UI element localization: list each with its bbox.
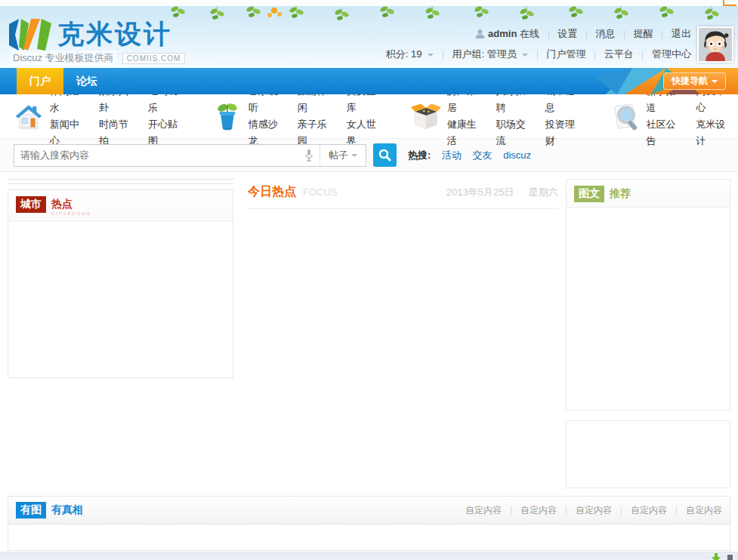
category-nav: 休闲灌水 新闻中心 娱乐八卦 时尚节拍 吃喝玩乐 开心贴图 音乐视听 情感沙龙 … xyxy=(0,94,738,138)
main-navbar: 门户 论坛 快捷导航 xyxy=(0,68,738,94)
focus-body xyxy=(248,209,558,458)
cloud-platform-link[interactable]: 云平台 xyxy=(604,48,634,60)
city-title-text: 热点 xyxy=(51,198,91,211)
city-hotspot-panel: 城市 热点 CITYFOCUS xyxy=(8,189,233,378)
search-input[interactable] xyxy=(14,146,298,165)
current-date: 2013年5月25日 星期六 xyxy=(446,186,558,199)
search-type-label: 帖子 xyxy=(329,149,348,162)
separator xyxy=(624,30,625,39)
box-icon xyxy=(411,99,441,134)
custom-content-link[interactable]: 自定内容 xyxy=(511,504,566,517)
search-box: 帖子 xyxy=(14,144,366,167)
microphone-icon[interactable] xyxy=(304,149,314,162)
empty-panel xyxy=(566,420,730,488)
chevron-down-icon xyxy=(351,154,357,157)
tab-forum[interactable]: 论坛 xyxy=(63,68,110,94)
custom-content-link[interactable]: 自定内容 xyxy=(677,504,722,517)
site-logo[interactable]: 克米设计 xyxy=(9,18,172,51)
gallery-body xyxy=(8,525,730,550)
main-content: 城市 热点 CITYFOCUS 今日热点 FOCUS 2013年5月25日 星期… xyxy=(0,172,738,488)
group-value[interactable]: 管理员 xyxy=(487,48,517,60)
footer-strip xyxy=(0,552,738,560)
focus-subtitle: FOCUS xyxy=(303,186,338,198)
photo-panel-header: 图文 推荐 xyxy=(567,180,730,208)
weekday-text: 星期六 xyxy=(529,186,558,198)
messages-link[interactable]: 消息 xyxy=(596,28,616,39)
hot-search-link[interactable]: 交友 xyxy=(473,149,493,161)
custom-content-link[interactable]: 自定内容 xyxy=(567,504,621,517)
user-panel: admin 在线 设置 消息 提醒 退出 积分: 19 用户组: 管理员 门户管… xyxy=(386,23,691,64)
left-column: 城市 热点 CITYFOCUS xyxy=(8,179,233,378)
city-badge: 城市 xyxy=(16,196,46,213)
chevron-down-icon[interactable] xyxy=(428,54,434,57)
photo-panel-body xyxy=(567,208,730,410)
city-panel-body xyxy=(8,221,233,377)
gallery-badge: 有图 xyxy=(16,502,46,518)
logo-domain: COMIIS.COM xyxy=(122,53,186,64)
settings-link[interactable]: 设置 xyxy=(557,28,577,39)
avatar[interactable] xyxy=(697,26,733,63)
catnav-link[interactable]: 职场交流 xyxy=(496,116,530,149)
meta-row: 积分: 19 用户组: 管理员 门户管理 云平台 管理中心 xyxy=(386,44,691,64)
user-icon xyxy=(475,29,485,38)
search-icon xyxy=(378,148,392,162)
separator xyxy=(594,51,595,60)
photo-badge: 图文 xyxy=(574,186,604,202)
corner-fragment xyxy=(723,0,736,6)
hot-search-label: 热搜: xyxy=(408,149,431,161)
tab-portal[interactable]: 门户 xyxy=(17,68,63,94)
online-status: 在线 xyxy=(520,28,539,39)
portal-admin-link[interactable]: 门户管理 xyxy=(547,48,586,60)
city-title-subtext: CITYFOCUS xyxy=(51,211,91,216)
hot-search-link[interactable]: 活动 xyxy=(442,149,462,161)
catnav-link[interactable]: 克米设计 xyxy=(696,116,730,149)
city-panel-title: 热点 CITYFOCUS xyxy=(51,198,91,216)
separator xyxy=(586,30,587,39)
credits-value[interactable]: 19 xyxy=(411,48,421,60)
quick-nav-button[interactable]: 快捷导航 xyxy=(663,72,726,90)
catnav-link[interactable]: 健康生活 xyxy=(447,116,481,149)
gallery-section: 有图 有真相 自定内容 自定内容 自定内容 自定内容 自定内容 xyxy=(8,496,730,551)
catnav-link[interactable]: 投资理财 xyxy=(545,116,579,149)
quick-nav-label: 快捷导航 xyxy=(672,75,708,86)
logo-text: 克米设计 xyxy=(57,18,172,50)
separator xyxy=(443,51,443,60)
admin-center-link[interactable]: 管理中心 xyxy=(652,48,691,60)
photo-recommend-panel: 图文 推荐 xyxy=(566,179,730,411)
search-type-dropdown[interactable]: 帖子 xyxy=(320,145,366,166)
chevron-down-icon xyxy=(712,80,718,83)
city-panel-header: 城市 热点 CITYFOCUS xyxy=(8,190,233,221)
logout-link[interactable]: 退出 xyxy=(672,28,691,39)
focus-header: 今日热点 FOCUS 2013年5月25日 星期六 xyxy=(248,179,558,209)
notifications-link[interactable]: 提醒 xyxy=(634,28,653,39)
user-row: admin 在线 设置 消息 提醒 退出 xyxy=(386,23,691,44)
site-header: 克米设计 Discuz 专业模板提供商 COMIIS.COM admin 在线 … xyxy=(0,6,738,68)
separator xyxy=(537,51,538,60)
km-logo-icon xyxy=(9,18,51,51)
catnav-link[interactable]: 社区公告 xyxy=(646,116,681,149)
custom-links: 自定内容 自定内容 自定内容 自定内容 自定内容 xyxy=(456,504,722,517)
logo-subtitle: Discuz 专业模板提供商 COMIIS.COM xyxy=(11,51,185,66)
right-column: 图文 推荐 xyxy=(566,179,730,488)
photo-panel-title: 推荐 xyxy=(610,187,631,201)
clipped-text-fragment xyxy=(727,555,733,560)
download-icon[interactable] xyxy=(711,552,721,560)
logo-subtitle-text: Discuz 专业模板提供商 xyxy=(11,51,116,66)
gallery-header: 有图 有真相 自定内容 自定内容 自定内容 自定内容 自定内容 xyxy=(8,497,730,525)
chevron-down-icon[interactable] xyxy=(522,54,528,57)
center-column: 今日热点 FOCUS 2013年5月25日 星期六 xyxy=(240,179,566,458)
search-button[interactable] xyxy=(373,143,397,167)
magnifier-paper-icon xyxy=(610,99,641,134)
plant-icon xyxy=(212,99,242,134)
group-label: 用户组: xyxy=(452,48,484,60)
gallery-title: 有真相 xyxy=(51,503,83,517)
hot-search-link[interactable]: discuz xyxy=(503,149,531,161)
hot-search: 热搜: 活动 交友 discuz xyxy=(408,149,531,162)
top-strip xyxy=(0,0,738,6)
custom-content-link[interactable]: 自定内容 xyxy=(456,504,511,517)
collapsed-box xyxy=(8,179,233,184)
custom-content-link[interactable]: 自定内容 xyxy=(622,504,676,517)
username-link[interactable]: admin xyxy=(488,28,517,39)
house-icon xyxy=(14,99,44,134)
focus-title: 今日热点 xyxy=(248,184,296,200)
